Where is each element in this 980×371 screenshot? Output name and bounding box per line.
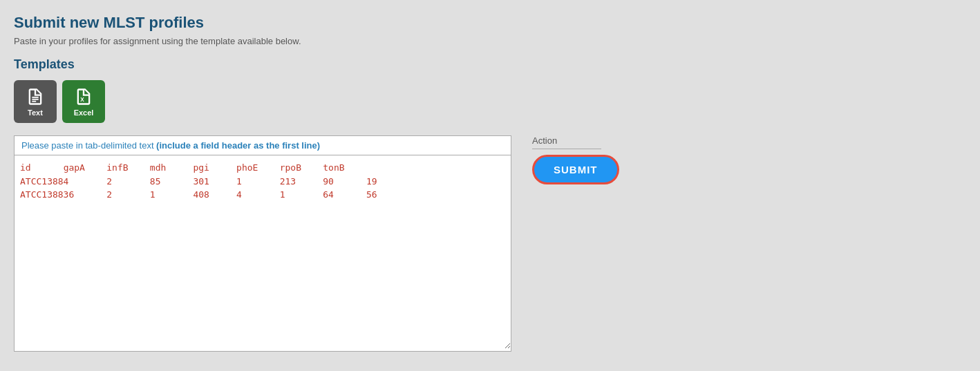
svg-rect-2	[32, 100, 36, 102]
text-file-icon	[26, 87, 45, 106]
instruction-normal: Please paste in tab-delimited text	[21, 140, 156, 151]
instruction-bold: (include a field header as the first lin…	[156, 140, 320, 151]
action-section: Action SUBMIT	[511, 135, 619, 184]
excel-file-icon: X	[74, 87, 93, 106]
template-buttons-container: Text X Excel	[14, 80, 966, 123]
instruction-bar: Please paste in tab-delimited text (incl…	[15, 136, 511, 155]
templates-heading: Templates	[14, 57, 966, 72]
subtitle: Paste in your profiles for assignment us…	[14, 36, 966, 46]
submit-button[interactable]: SUBMIT	[532, 155, 619, 184]
svg-text:X: X	[80, 97, 84, 103]
form-section: Please paste in tab-delimited text (incl…	[14, 135, 966, 352]
excel-template-button[interactable]: X Excel	[62, 80, 105, 123]
svg-rect-0	[32, 97, 38, 98]
excel-btn-label: Excel	[74, 108, 94, 117]
paste-textarea[interactable]: id gapA infB mdh pgi phoE rpoB tonB ATCC…	[15, 155, 511, 349]
svg-rect-1	[32, 98, 38, 99]
action-label: Action	[532, 135, 601, 149]
page-title: Submit new MLST profiles	[14, 14, 966, 32]
text-btn-label: Text	[28, 108, 43, 117]
textarea-container: Please paste in tab-delimited text (incl…	[14, 135, 511, 352]
text-template-button[interactable]: Text	[14, 80, 57, 123]
